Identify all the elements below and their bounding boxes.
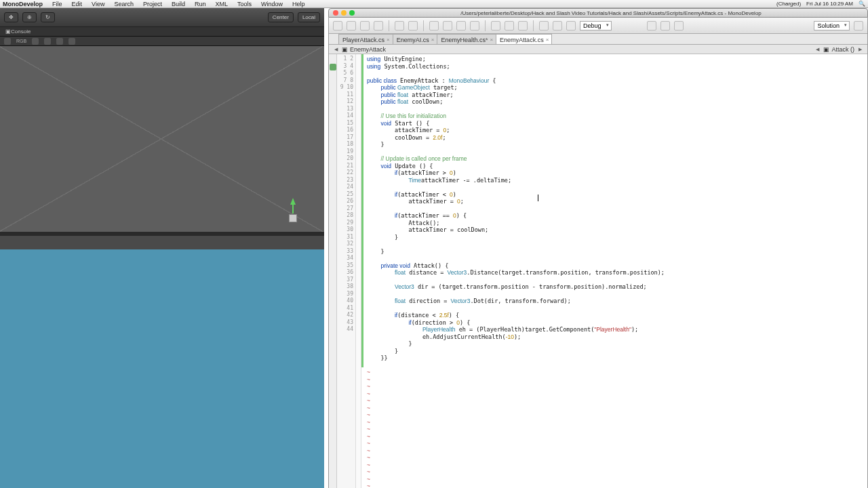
delete-icon[interactable]: [470, 21, 479, 30]
breadcrumb-member[interactable]: Attack (): [831, 46, 854, 53]
pivot-toggle[interactable]: Center: [268, 12, 294, 22]
file-tab[interactable]: EnemyAI.cs ×: [393, 34, 438, 44]
console-tab[interactable]: ▣ Console: [0, 27, 324, 37]
menu-view[interactable]: View: [92, 1, 104, 7]
tab-label: EnemyHealth.cs*: [441, 37, 488, 43]
file-tabs: PlayerAttack.cs ×EnemyAI.cs ×EnemyHealth…: [329, 34, 867, 45]
open-icon[interactable]: [347, 21, 356, 30]
spotlight-icon[interactable]: 🔍: [859, 1, 865, 7]
new-file-icon[interactable]: [333, 21, 342, 30]
menu-run[interactable]: Run: [195, 1, 206, 7]
monodevelop-window: Debug Solution PlayerAttack.cs ×EnemyAI.…: [328, 18, 868, 488]
menu-help[interactable]: Help: [292, 1, 305, 7]
stop-icon[interactable]: [566, 21, 576, 30]
save-icon[interactable]: [360, 21, 370, 30]
redo-icon[interactable]: [408, 21, 418, 30]
cut-icon[interactable]: [429, 21, 439, 30]
rgb-label: RGB: [16, 39, 26, 43]
step-into-icon[interactable]: [660, 21, 670, 30]
mac-menubar: MonoDevelop File Edit View Search Projec…: [0, 0, 868, 8]
config-dropdown[interactable]: Debug: [580, 21, 612, 30]
tab-close-icon[interactable]: ×: [546, 37, 549, 43]
menu-file[interactable]: File: [52, 1, 62, 7]
save-all-icon[interactable]: [374, 21, 383, 30]
menu-search[interactable]: Search: [114, 1, 134, 7]
breadcrumb[interactable]: ◀ ▣EnemyAttack ◀ ▣Attack () ▶: [329, 45, 867, 54]
main-toolbar: Debug Solution: [329, 18, 867, 34]
debug-icon[interactable]: [553, 21, 562, 30]
menu-project[interactable]: Project: [143, 1, 162, 7]
app-menu[interactable]: MonoDevelop: [3, 1, 43, 7]
tab-close-icon[interactable]: ×: [431, 37, 435, 43]
rotate-tool[interactable]: ↻: [41, 12, 55, 22]
menu-edit[interactable]: Edit: [72, 1, 83, 7]
class-icon: ▣: [342, 46, 348, 53]
unity-panel: ✥ ⊕ ↻ Center Local ▣ Console RGB: [0, 8, 324, 488]
transform-gizmo[interactable]: [283, 198, 300, 225]
menu-tools[interactable]: Tools: [237, 1, 252, 7]
fold-column[interactable]: [356, 54, 361, 488]
tab-close-icon[interactable]: ×: [490, 37, 493, 43]
line-gutter[interactable]: 1 2 3 4 5 6 7 8 9 10 11 12 13 14 15 16 1…: [337, 54, 356, 488]
console-toolbar: RGB: [0, 37, 324, 46]
copy-icon[interactable]: [443, 21, 452, 30]
file-tab[interactable]: EnemyHealth.cs* ×: [437, 34, 496, 44]
paste-icon[interactable]: [456, 21, 466, 30]
file-tab[interactable]: EnemyAttack.cs ×: [496, 34, 552, 44]
step-out-icon[interactable]: [674, 21, 684, 30]
warn-icon[interactable]: [68, 38, 75, 45]
battery-status: (Charged): [776, 1, 801, 7]
window-titlebar[interactable]: /Users/peterlaliberte/Desktop/Hack and S…: [328, 8, 868, 18]
close-icon[interactable]: [333, 10, 338, 16]
undo-icon[interactable]: [395, 21, 404, 30]
move-tool[interactable]: ⊕: [22, 12, 37, 22]
menu-build[interactable]: Build: [172, 1, 185, 7]
breadcrumb-class[interactable]: EnemyAttack: [350, 46, 386, 53]
code-area[interactable]: using UnityEngine; using System.Collecti…: [364, 54, 867, 488]
change-bar: [361, 54, 363, 367]
scene-view[interactable]: [0, 46, 324, 232]
marker-column[interactable]: [329, 54, 337, 488]
clear-icon[interactable]: [4, 38, 11, 45]
bookmark-icon: [330, 64, 336, 70]
step-over-icon[interactable]: [647, 21, 656, 30]
search-box-icon[interactable]: [854, 21, 863, 30]
find-icon[interactable]: [518, 21, 528, 30]
collapse-icon[interactable]: [32, 38, 39, 45]
window-title: /Users/peterlaliberte/Desktop/Hack and S…: [355, 10, 867, 16]
menu-window[interactable]: Window: [261, 1, 283, 7]
clock: Fri Jul 16 10:29 AM: [806, 1, 853, 7]
tab-close-icon[interactable]: ×: [387, 37, 390, 43]
text-cursor: [538, 195, 538, 201]
menu-xml[interactable]: XML: [215, 1, 228, 7]
zoom-icon[interactable]: [349, 10, 355, 16]
log-icon[interactable]: [56, 38, 63, 45]
game-view[interactable]: [0, 249, 324, 488]
minimize-icon[interactable]: [341, 10, 347, 16]
file-tab[interactable]: PlayerAttack.cs ×: [338, 34, 393, 44]
tab-label: PlayerAttack.cs: [342, 37, 384, 43]
nav-back-icon[interactable]: [491, 21, 500, 30]
error-pause-icon[interactable]: [44, 38, 51, 45]
console-label: Console: [11, 28, 31, 35]
nav-fwd-icon[interactable]: [505, 21, 514, 30]
unity-toolbar: ✥ ⊕ ↻ Center Local: [0, 8, 324, 27]
method-icon: ▣: [823, 46, 829, 53]
tab-label: EnemyAI.cs: [397, 37, 429, 43]
hand-tool[interactable]: ✥: [4, 12, 18, 22]
tab-label: EnemyAttack.cs: [500, 37, 544, 43]
run-icon[interactable]: [539, 21, 549, 30]
solution-dropdown[interactable]: Solution: [814, 21, 850, 30]
pane-divider[interactable]: [0, 232, 324, 236]
space-toggle[interactable]: Local: [298, 12, 320, 22]
code-editor[interactable]: 1 2 3 4 5 6 7 8 9 10 11 12 13 14 15 16 1…: [329, 54, 867, 488]
